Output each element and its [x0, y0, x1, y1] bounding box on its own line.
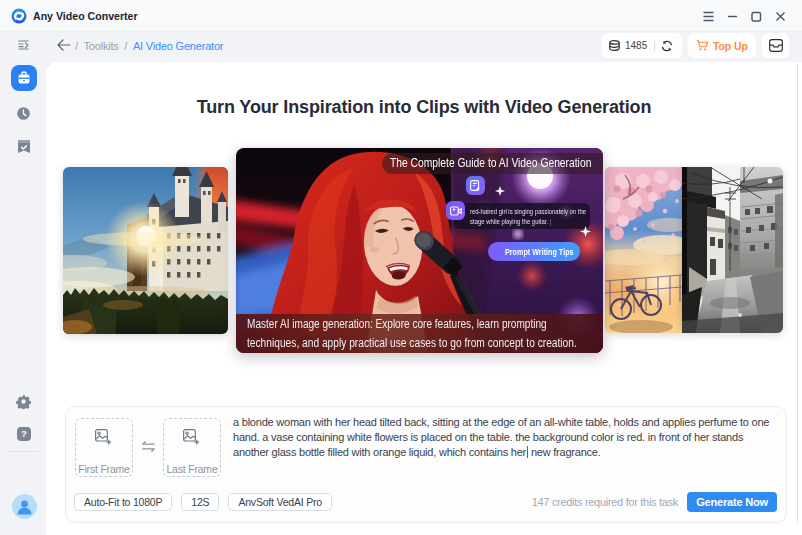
svg-text:?: ?: [21, 428, 27, 439]
